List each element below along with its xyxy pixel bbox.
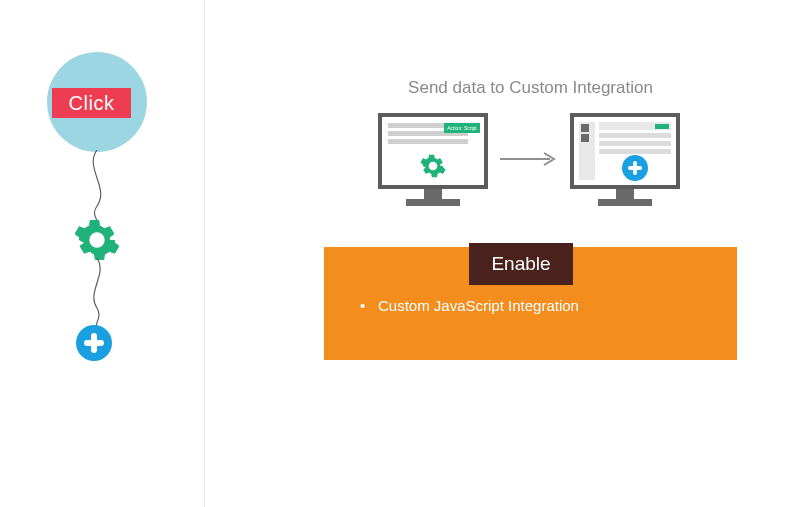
vertical-divider bbox=[204, 0, 205, 507]
enable-button[interactable]: Enable bbox=[469, 243, 573, 285]
action-badge: Action: Script bbox=[444, 123, 480, 133]
add-step-icon[interactable] bbox=[76, 325, 112, 361]
connector-line-1 bbox=[84, 150, 110, 225]
destination-monitor-icon bbox=[570, 113, 680, 213]
click-node-label: Click bbox=[52, 88, 131, 118]
arrow-right-icon bbox=[498, 151, 560, 167]
source-monitor-icon: Action: Script bbox=[378, 113, 488, 213]
connector-line-2 bbox=[84, 258, 110, 330]
workflow-column: Click bbox=[0, 0, 204, 507]
plus-icon bbox=[622, 155, 648, 181]
integration-diagram: Action: Script bbox=[378, 113, 682, 223]
diagram-title: Send data to Custom Integration bbox=[324, 78, 737, 98]
feature-item: Custom JavaScript Integration bbox=[360, 297, 711, 314]
gear-icon bbox=[74, 217, 120, 263]
gear-icon bbox=[420, 153, 446, 179]
